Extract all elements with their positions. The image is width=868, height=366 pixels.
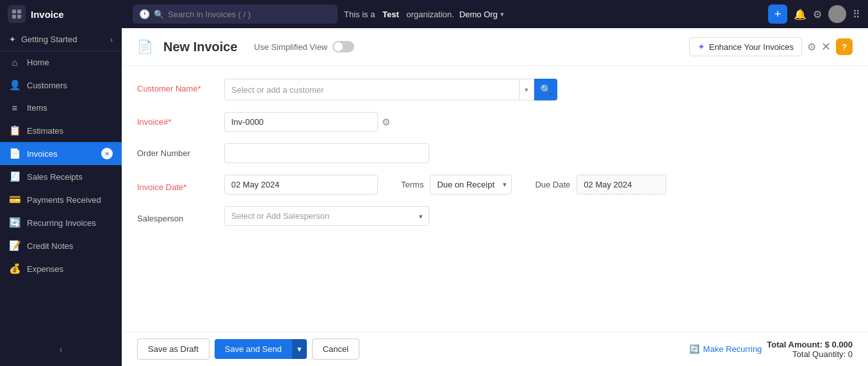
page-title: New Invoice bbox=[163, 40, 238, 54]
sparkle-icon: ✦ bbox=[698, 42, 705, 52]
sidebar-item-credit-notes[interactable]: 📝 Credit Notes bbox=[0, 234, 122, 257]
sidebar-getting-started[interactable]: ✦ Getting Started › bbox=[0, 28, 122, 51]
search-icon: 🔍 bbox=[540, 84, 552, 95]
org-info: This is a Test organization. Demo Org ▾ bbox=[344, 10, 762, 19]
svg-rect-1 bbox=[17, 10, 21, 13]
org-name[interactable]: Demo Org bbox=[459, 10, 498, 19]
customer-select[interactable]: Select or add a customer bbox=[224, 79, 520, 100]
customer-search-button[interactable]: 🔍 bbox=[534, 79, 557, 100]
total-summary: Total Amount: $ 0.000 Total Quantity: 0 bbox=[767, 340, 853, 359]
items-icon: ≡ bbox=[9, 102, 20, 113]
estimates-icon: 📋 bbox=[9, 125, 20, 136]
close-icon[interactable]: ✕ bbox=[821, 40, 831, 54]
invoice-date-row: Invoice Date* Terms Due on Receipt Due D… bbox=[137, 175, 853, 195]
topbar-center: This is a Test organization. Demo Org ▾ bbox=[344, 10, 762, 19]
sidebar-item-estimates[interactable]: 📋 Estimates bbox=[0, 119, 122, 142]
invoice-num-label: Invoice#* bbox=[137, 112, 214, 127]
order-num-row: Order Number bbox=[137, 143, 853, 163]
total-quantity: Total Quantity: 0 bbox=[767, 349, 853, 359]
order-num-label: Order Number bbox=[137, 143, 214, 158]
invoice-settings-icon[interactable]: ⚙ bbox=[382, 116, 390, 128]
org-chevron-icon[interactable]: ▾ bbox=[500, 10, 504, 19]
invoice-num-row: Invoice#* ⚙ bbox=[137, 112, 853, 132]
invoice-num-input[interactable] bbox=[224, 112, 378, 132]
recurring-icon: 🔄 bbox=[9, 217, 20, 228]
topbar: Invoice 🕐 🔍 This is a Test organization.… bbox=[0, 0, 868, 28]
sidebar: ✦ Getting Started › ⌂ Home 👤 Customers ≡… bbox=[0, 28, 122, 366]
sidebar-item-items[interactable]: ≡ Items bbox=[0, 97, 122, 119]
invoice-num-wrap: ⚙ bbox=[224, 112, 390, 132]
customer-dropdown-arrow[interactable]: ▾ bbox=[520, 79, 534, 100]
chevron-right-icon: › bbox=[110, 36, 113, 44]
make-recurring-button[interactable]: 🔄 Make Recurring bbox=[689, 344, 762, 354]
cancel-button[interactable]: Cancel bbox=[312, 338, 359, 360]
grid-icon[interactable]: ⠿ bbox=[853, 8, 860, 20]
save-draft-button[interactable]: Save as Draft bbox=[137, 338, 209, 360]
app-logo: Invoice bbox=[8, 5, 126, 23]
search-input[interactable] bbox=[168, 10, 331, 19]
content-area: 📄 New Invoice Use Simplified View ✦ Enha… bbox=[122, 28, 868, 366]
chevron-left-icon: ‹ bbox=[60, 344, 63, 354]
header-settings-icon[interactable]: ⚙ bbox=[807, 41, 816, 53]
settings-icon[interactable]: ⚙ bbox=[813, 8, 822, 20]
salesperson-label: Salesperson bbox=[137, 209, 214, 223]
customers-icon: 👤 bbox=[9, 79, 20, 91]
svg-rect-3 bbox=[17, 15, 21, 19]
star-icon: ✦ bbox=[9, 35, 16, 44]
avatar[interactable] bbox=[828, 5, 846, 23]
header-actions: ✦ Enhance Your Invoices ⚙ ✕ ? bbox=[689, 37, 853, 56]
topbar-actions: + 🔔 ⚙ ⠿ bbox=[768, 4, 860, 24]
due-date-label: Due Date bbox=[535, 180, 570, 189]
notification-icon[interactable]: 🔔 bbox=[794, 8, 807, 20]
invoice-date-label: Invoice Date* bbox=[137, 177, 214, 192]
credit-notes-icon: 📝 bbox=[9, 240, 20, 251]
save-send-wrap: Save and Send ▾ bbox=[215, 339, 307, 359]
salesperson-row: Salesperson Select or Add Salesperson bbox=[137, 206, 853, 226]
enhance-button[interactable]: ✦ Enhance Your Invoices bbox=[689, 37, 802, 56]
simplified-view-toggle[interactable] bbox=[332, 41, 354, 52]
sidebar-collapse-button[interactable]: ‹ bbox=[0, 339, 122, 360]
sidebar-item-sales-receipts[interactable]: 🧾 Sales Receipts bbox=[0, 165, 122, 188]
due-date-wrap: Due Date bbox=[535, 175, 666, 195]
app-name: Invoice bbox=[31, 9, 64, 20]
app-logo-icon bbox=[8, 5, 26, 23]
svg-rect-2 bbox=[12, 15, 16, 19]
salesperson-select[interactable]: Select or Add Salesperson bbox=[224, 206, 429, 226]
sidebar-item-invoices[interactable]: 📄 Invoices ✕ bbox=[0, 142, 122, 165]
page-doc-icon: 📄 bbox=[137, 39, 153, 54]
save-send-dropdown-button[interactable]: ▾ bbox=[292, 339, 307, 359]
customer-select-wrap: Select or add a customer ▾ 🔍 bbox=[224, 79, 557, 100]
sidebar-item-home[interactable]: ⌂ Home bbox=[0, 51, 122, 74]
terms-select-wrap: Due on Receipt bbox=[430, 175, 512, 195]
invoices-icon: 📄 bbox=[9, 148, 20, 159]
search-icon: 🔍 bbox=[154, 10, 164, 19]
expenses-icon: 💰 bbox=[9, 263, 20, 274]
clock-icon: 🕐 bbox=[139, 9, 150, 19]
salesperson-select-wrap: Select or Add Salesperson bbox=[224, 206, 429, 226]
due-date-input[interactable] bbox=[577, 175, 666, 195]
svg-rect-0 bbox=[12, 10, 16, 13]
chevron-down-icon: ▾ bbox=[525, 86, 528, 94]
footer: Save as Draft Save and Send ▾ Cancel 🔄 M… bbox=[122, 331, 868, 366]
save-send-button[interactable]: Save and Send bbox=[215, 339, 292, 359]
sidebar-item-payments-received[interactable]: 💳 Payments Received bbox=[0, 188, 122, 211]
customer-name-row: Customer Name* Select or add a customer … bbox=[137, 79, 853, 100]
invoice-date-input[interactable] bbox=[224, 175, 378, 195]
simplified-view-label: Use Simplified View bbox=[254, 42, 328, 52]
toggle-thumb bbox=[334, 42, 343, 51]
sidebar-item-customers[interactable]: 👤 Customers bbox=[0, 74, 122, 97]
chevron-down-icon: ▾ bbox=[297, 344, 302, 354]
invoices-badge: ✕ bbox=[101, 148, 113, 159]
recurring-icon: 🔄 bbox=[689, 344, 700, 354]
sidebar-item-expenses[interactable]: 💰 Expenses bbox=[0, 257, 122, 280]
terms-select[interactable]: Due on Receipt bbox=[430, 175, 512, 195]
content-header: 📄 New Invoice Use Simplified View ✦ Enha… bbox=[122, 28, 868, 66]
main-layout: ✦ Getting Started › ⌂ Home 👤 Customers ≡… bbox=[0, 28, 868, 366]
sidebar-item-recurring-invoices[interactable]: 🔄 Recurring Invoices bbox=[0, 211, 122, 234]
add-button[interactable]: + bbox=[768, 4, 787, 24]
terms-wrap: Terms Due on Receipt bbox=[401, 175, 512, 195]
customer-name-label: Customer Name* bbox=[137, 79, 214, 93]
search-bar[interactable]: 🕐 🔍 bbox=[133, 4, 338, 24]
order-num-input[interactable] bbox=[224, 143, 429, 163]
help-button[interactable]: ? bbox=[836, 38, 853, 55]
